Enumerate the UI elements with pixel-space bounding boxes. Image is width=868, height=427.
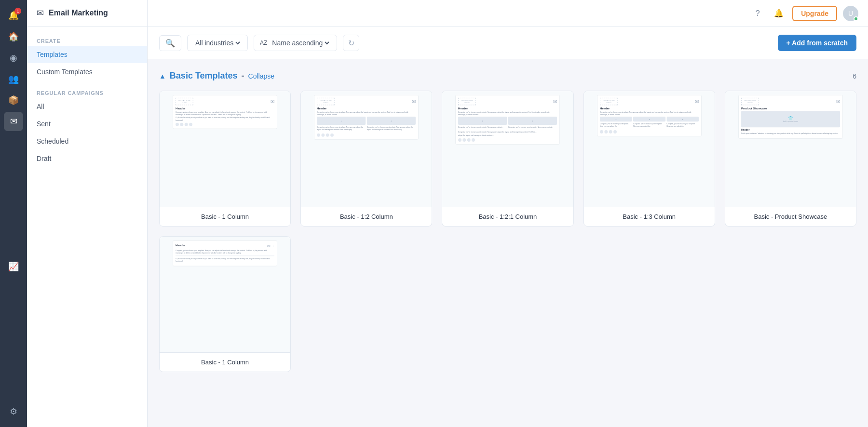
templates-content: ▲ Basic Templates - Collapse 6 UPLOAD YO… <box>148 59 868 384</box>
main-content: ? 🔔 Upgrade U 🔍 All industries AZ Name a… <box>148 0 868 427</box>
template-name-1col-v2: Basic - 1 Column <box>160 352 290 372</box>
email-header-icon: ✉ <box>37 8 44 18</box>
template-name-121col: Basic - 1:2:1 Column <box>442 207 573 226</box>
search-icon: 🔍 <box>165 39 175 48</box>
section-header: ▲ Basic Templates - Collapse 6 <box>159 71 856 81</box>
campaigns-icon[interactable]: ◉ <box>4 48 23 67</box>
sort-select[interactable]: Name ascending <box>270 39 331 47</box>
online-status-dot <box>854 16 858 21</box>
sort-filter[interactable]: AZ Name ascending <box>254 35 337 51</box>
template-name-12col: Basic - 1:2 Column <box>301 207 432 226</box>
sidebar-item-custom-templates[interactable]: Custom Templates <box>27 63 147 80</box>
template-card-13col[interactable]: UPLOAD YOURLOGO ✉ Header Congrats, you'v… <box>583 91 715 227</box>
section-count: 6 <box>853 72 856 80</box>
template-card-product[interactable]: UPLOAD YOURLOGO ✉ Product Showcase 👕 Add… <box>725 91 856 227</box>
sidebar-item-templates[interactable]: Templates <box>27 46 147 63</box>
template-card-121col[interactable]: UPLOAD YOURLOGO ✉ Header Congrats, you'v… <box>442 91 573 227</box>
templates-grid-row2: Header ✉→ Congrats, you've chosen your t… <box>159 236 856 372</box>
sidebar-header: ✉ Email Marketing <box>27 0 147 27</box>
industry-filter[interactable]: All industries <box>187 35 248 51</box>
icon-bar: 🔔 1 🏠 ◉ 👥 📦 ✉ 📈 ⚙ <box>0 0 27 427</box>
template-name-product: Basic - Product Showcase <box>725 207 856 226</box>
settings-icon[interactable]: ⚙ <box>4 402 23 421</box>
template-preview-13col: UPLOAD YOURLOGO ✉ Header Congrats, you'v… <box>584 91 715 207</box>
sidebar: ✉ Email Marketing CREATE Templates Custo… <box>27 0 148 427</box>
industry-select[interactable]: All industries <box>193 39 242 47</box>
help-icon[interactable]: ? <box>750 6 765 21</box>
sidebar-item-scheduled[interactable]: Scheduled <box>27 133 147 150</box>
app-title: Email Marketing <box>49 9 108 17</box>
notifications-icon[interactable]: 🔔 <box>771 6 787 21</box>
sidebar-item-draft[interactable]: Draft <box>27 150 147 167</box>
section-toggle-icon[interactable]: ▲ <box>159 72 166 80</box>
home-icon[interactable]: 🏠 <box>4 27 23 46</box>
template-preview-121col: UPLOAD YOURLOGO ✉ Header Congrats, you'v… <box>442 91 573 207</box>
sidebar-item-sent[interactable]: Sent <box>27 115 147 133</box>
upgrade-button[interactable]: Upgrade <box>792 6 837 21</box>
create-section-label: CREATE <box>27 34 147 46</box>
regular-campaigns-label: REGULAR CAMPAIGNS <box>27 86 147 98</box>
orders-icon[interactable]: 📦 <box>4 91 23 110</box>
template-preview-product: UPLOAD YOURLOGO ✉ Product Showcase 👕 Add… <box>725 91 856 207</box>
email-icon[interactable]: ✉ <box>4 112 23 131</box>
template-preview-1col-v2: Header ✉→ Congrats, you've chosen your t… <box>160 237 290 352</box>
template-name-1col: Basic - 1 Column <box>160 207 290 226</box>
topbar: ? 🔔 Upgrade U <box>148 0 868 27</box>
section-title: Basic Templates <box>170 71 238 81</box>
avatar-initials: U <box>848 10 853 17</box>
template-name-13col: Basic - 1:3 Column <box>584 207 715 226</box>
content-area: 🔍 All industries AZ Name ascending ↻ + A… <box>148 27 868 427</box>
sort-icon: AZ <box>260 40 267 46</box>
notification-icon[interactable]: 🔔 1 <box>4 6 23 25</box>
template-card-1col[interactable]: UPLOAD YOURLOGO ✉ Header Congrats, you'v… <box>159 91 291 227</box>
sidebar-item-all[interactable]: All <box>27 98 147 115</box>
template-preview-1col: UPLOAD YOURLOGO ✉ Header Congrats, you'v… <box>160 91 290 207</box>
content-toolbar: 🔍 All industries AZ Name ascending ↻ + A… <box>148 27 868 59</box>
templates-grid: UPLOAD YOURLOGO ✉ Header Congrats, you'v… <box>159 91 856 227</box>
collapse-button[interactable]: Collapse <box>248 72 274 80</box>
search-wrapper: 🔍 <box>159 35 181 51</box>
sidebar-nav: CREATE Templates Custom Templates REGULA… <box>27 27 147 175</box>
avatar[interactable]: U <box>843 6 858 21</box>
template-card-12col[interactable]: UPLOAD YOURLOGO ✉ Header Congrats, you'v… <box>300 91 432 227</box>
contacts-icon[interactable]: 👥 <box>4 69 23 89</box>
template-card-1col-v2[interactable]: Header ✉→ Congrats, you've chosen your t… <box>159 236 291 372</box>
add-from-scratch-button[interactable]: + Add from scratch <box>778 35 856 51</box>
notification-badge: 1 <box>14 8 21 14</box>
analytics-icon[interactable]: 📈 <box>4 257 23 276</box>
template-preview-12col: UPLOAD YOURLOGO ✉ Header Congrats, you'v… <box>301 91 432 207</box>
refresh-button[interactable]: ↻ <box>343 35 359 51</box>
